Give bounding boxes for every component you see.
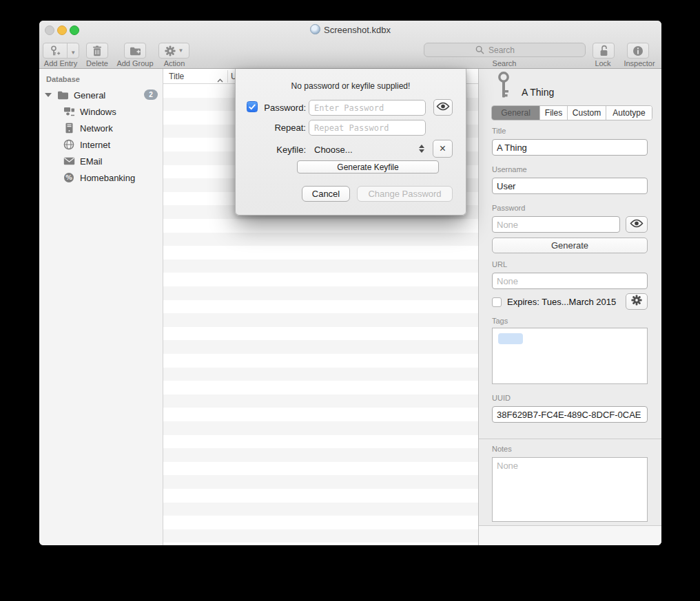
inspector-tabs: General Files Custom Autotype <box>491 105 652 120</box>
title-field[interactable] <box>492 139 648 156</box>
sheet-message: No password or keyfile supplied! <box>236 81 466 91</box>
url-field-label: URL <box>492 260 507 268</box>
keyfile-field-label: Keyfile: <box>258 145 306 155</box>
globe-icon <box>63 138 75 151</box>
show-password-button[interactable] <box>626 216 648 233</box>
sidebar-item-network[interactable]: Network <box>39 120 163 136</box>
gear-icon <box>631 295 642 308</box>
password-field-label: Password <box>492 204 525 212</box>
keyfile-popup[interactable]: Choose... <box>314 145 353 155</box>
chevron-down-icon: ▼ <box>70 50 76 56</box>
tab-custom[interactable]: Custom <box>568 106 606 120</box>
url-field[interactable] <box>492 273 648 289</box>
sidebar-item-label: Network <box>80 123 113 134</box>
envelope-icon <box>63 155 75 167</box>
lock-label: Lock <box>595 59 610 67</box>
popup-stepper-icon[interactable] <box>419 145 424 153</box>
tab-general[interactable]: General <box>492 106 540 120</box>
notes-label: Notes <box>492 445 512 453</box>
folder-icon <box>56 89 69 101</box>
sidebar-item-label: Windows <box>80 107 116 117</box>
sidebar-item-homebanking[interactable]: % Homebanking <box>39 169 163 186</box>
enter-password-input[interactable] <box>309 100 426 116</box>
password-checkbox[interactable] <box>247 101 258 112</box>
sidebar-item-label: EMail <box>80 156 103 167</box>
cancel-button[interactable]: Cancel <box>302 186 350 202</box>
sidebar-item-general[interactable]: General 2 <box>39 87 163 103</box>
window-chrome[interactable]: Screenshot.kdbx ▼ Add Entry <box>39 21 661 69</box>
column-header-title[interactable]: Title <box>169 72 184 81</box>
tags-field[interactable] <box>492 328 648 384</box>
entry-title: A Thing <box>522 87 554 98</box>
action-label: Action <box>164 59 185 67</box>
lock-button[interactable] <box>593 43 615 59</box>
tag-token[interactable] <box>498 333 523 344</box>
add-entry-button[interactable]: ▼ <box>43 43 79 59</box>
sidebar-item-label: Internet <box>80 140 110 150</box>
windows-network-icon <box>63 105 75 118</box>
generate-password-button[interactable]: Generate <box>492 238 648 253</box>
sidebar-header: Database <box>46 75 80 83</box>
username-field[interactable] <box>492 178 648 194</box>
search-input[interactable] <box>487 45 573 56</box>
window-title-area: Screenshot.kdbx <box>39 24 661 36</box>
action-button[interactable]: ▼ <box>158 43 189 59</box>
title-field-label: Title <box>492 127 506 135</box>
expires-label[interactable]: Expires: Tues...March 2015 <box>507 297 616 307</box>
uuid-label: UUID <box>492 394 511 402</box>
show-password-button[interactable] <box>433 99 453 116</box>
checkmark-icon <box>249 104 256 110</box>
search-icon <box>475 45 484 54</box>
eye-icon <box>436 101 450 114</box>
svg-text:%: % <box>65 173 72 181</box>
trash-icon <box>92 45 102 56</box>
app-window: Screenshot.kdbx ▼ Add Entry <box>39 21 661 545</box>
column-divider[interactable] <box>227 70 228 83</box>
inspector-panel: A Thing General Files Custom Autotype Ti… <box>479 69 661 545</box>
tags-label: Tags <box>492 317 508 325</box>
percent-icon: % <box>63 171 75 184</box>
add-entry-label: Add Entry <box>44 59 77 67</box>
info-icon <box>632 45 644 56</box>
generate-keyfile-button[interactable]: Generate Keyfile <box>297 160 439 173</box>
sidebar: Database General 2 Windows <box>39 69 163 545</box>
clear-keyfile-button[interactable]: × <box>433 140 453 158</box>
delete-label: Delete <box>86 59 108 67</box>
disclosure-triangle-icon[interactable] <box>45 93 52 97</box>
sidebar-item-label: General <box>74 90 105 101</box>
search-label: Search <box>493 59 517 67</box>
delete-button[interactable] <box>86 43 108 59</box>
tab-autotype[interactable]: Autotype <box>606 106 652 120</box>
password-checkbox-label[interactable]: Password: <box>258 103 306 113</box>
notes-field[interactable] <box>492 457 648 522</box>
sidebar-item-label: Homebanking <box>80 173 135 183</box>
password-field[interactable] <box>492 216 620 233</box>
change-password-sheet: No password or keyfile supplied! Passwor… <box>235 69 466 215</box>
tab-files[interactable]: Files <box>540 106 568 120</box>
sidebar-item-email[interactable]: EMail <box>39 153 163 169</box>
search-field[interactable] <box>424 43 586 57</box>
add-entry-dropdown[interactable]: ▼ <box>68 45 79 57</box>
x-close-icon: × <box>440 143 446 154</box>
expires-checkbox[interactable] <box>492 297 502 307</box>
window-title: Screenshot.kdbx <box>324 25 391 35</box>
inspector-footer <box>479 526 661 545</box>
document-proxy-icon <box>310 24 320 34</box>
repeat-password-input[interactable] <box>309 120 426 136</box>
entry-count-badge: 2 <box>144 89 158 100</box>
add-group-label: Add Group <box>116 59 153 67</box>
uuid-field[interactable] <box>492 406 648 423</box>
divider <box>479 439 661 439</box>
eye-icon <box>630 218 644 231</box>
chevron-down-icon: ▼ <box>178 48 184 54</box>
change-password-button[interactable]: Change Password <box>357 186 453 202</box>
expires-settings-button[interactable] <box>626 293 648 310</box>
key-icon <box>495 72 513 102</box>
repeat-field-label: Repeat: <box>258 123 306 133</box>
open-padlock-icon <box>599 45 609 56</box>
sidebar-item-internet[interactable]: Internet <box>39 136 163 153</box>
add-group-button[interactable] <box>124 43 146 59</box>
username-field-label: Username <box>492 165 527 173</box>
sidebar-item-windows[interactable]: Windows <box>39 103 163 120</box>
inspector-button[interactable] <box>627 43 649 59</box>
